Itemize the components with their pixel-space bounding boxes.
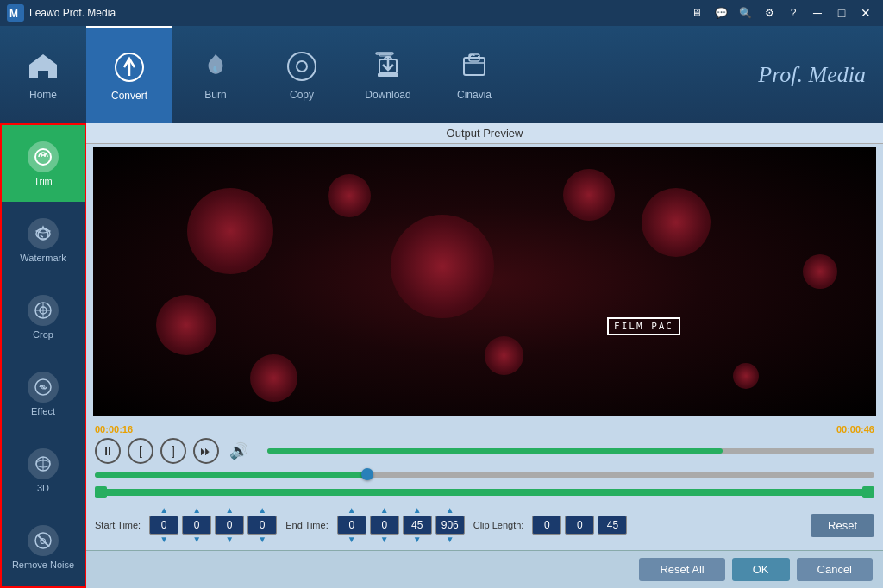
content-area: Output Preview FILM PAC 00:00	[86, 123, 883, 588]
crop-icon-wrapper	[28, 295, 59, 326]
cancel-button[interactable]: Cancel	[797, 558, 873, 581]
start-m-up[interactable]: ▲	[188, 505, 205, 516]
end-h-input[interactable]	[337, 516, 366, 535]
clip-length-label: Clip Length:	[473, 520, 524, 530]
volume-track[interactable]	[267, 448, 874, 454]
reset-all-button[interactable]: Reset All	[639, 558, 724, 581]
skip-fwd-button[interactable]: ⏭	[193, 438, 219, 464]
nav-item-home[interactable]: Home	[0, 26, 86, 123]
nav-label-copy: Copy	[290, 89, 314, 101]
scrubber-container[interactable]	[95, 467, 874, 481]
sidebar-item-effect[interactable]: Effect	[2, 356, 85, 433]
start-ms-up[interactable]: ▲	[254, 505, 271, 516]
sidebar-item-3d[interactable]: 3D	[2, 433, 85, 510]
nav-label-convert: Convert	[111, 90, 147, 102]
remove-noise-icon-wrapper	[28, 525, 59, 556]
frame-fwd-button[interactable]: ]	[160, 438, 186, 464]
start-h-input[interactable]	[149, 516, 178, 535]
end-ms-input[interactable]	[435, 516, 465, 535]
sidebar-label-effect: Effect	[31, 406, 55, 416]
volume-button[interactable]: 🔊	[226, 438, 252, 464]
app-title: Leawo Prof. Media	[29, 7, 116, 19]
end-m-up[interactable]: ▲	[376, 505, 393, 516]
nav-label-download: Download	[365, 89, 410, 101]
remove-noise-icon	[34, 531, 53, 550]
time-inputs-row: Start Time: ▲ ▼ ▲ ▼ ▲ ▼	[95, 505, 874, 545]
pause-button[interactable]: ⏸	[95, 438, 121, 464]
end-h-up[interactable]: ▲	[343, 505, 360, 516]
start-ms-down[interactable]: ▼	[254, 535, 271, 545]
effect-icon	[34, 378, 53, 397]
start-m-down[interactable]: ▼	[188, 535, 205, 545]
scrubber-thumb[interactable]	[361, 468, 373, 480]
start-m-input[interactable]	[182, 516, 211, 535]
end-time-spinners: ▲ ▼ ▲ ▼ ▲ ▼ ▲	[337, 505, 465, 545]
start-time-display: 00:00:16	[95, 424, 133, 435]
start-m-col: ▲ ▼	[182, 505, 211, 545]
start-h-down[interactable]: ▼	[155, 535, 172, 545]
end-ms-col: ▲ ▼	[435, 505, 465, 545]
reset-button[interactable]: Reset	[811, 514, 874, 537]
watermark-icon-wrapper	[28, 218, 59, 249]
nav-label-home: Home	[29, 89, 57, 101]
tb-close[interactable]: ✕	[855, 3, 876, 23]
nav-item-convert[interactable]: Convert	[86, 26, 172, 123]
tb-flag-icon[interactable]: 🖥	[686, 3, 707, 23]
sidebar: Trim Watermark	[0, 123, 86, 588]
title-bar-left: M Leawo Prof. Media	[7, 4, 116, 22]
start-s-down[interactable]: ▼	[221, 535, 238, 545]
ok-button[interactable]: OK	[732, 558, 790, 581]
sidebar-item-trim[interactable]: Trim	[2, 125, 85, 202]
sidebar-label-trim: Trim	[34, 176, 53, 186]
svg-rect-7	[376, 53, 393, 54]
tb-maximize[interactable]: □	[831, 3, 852, 23]
nav-item-download[interactable]: Download	[345, 26, 431, 123]
svg-point-12	[35, 149, 51, 165]
start-time-spinners: ▲ ▼ ▲ ▼ ▲ ▼ ▲	[149, 505, 277, 545]
video-placeholder: FILM PAC	[93, 147, 876, 416]
clip-s-input[interactable]	[598, 516, 627, 535]
nav-label-cinavia: Cinavia	[457, 89, 492, 101]
crop-icon	[34, 301, 53, 320]
convert-icon	[112, 50, 147, 84]
nav-item-copy[interactable]: Copy	[259, 26, 345, 123]
nav-item-burn[interactable]: Burn	[172, 26, 259, 123]
end-s-input[interactable]	[403, 516, 432, 535]
end-s-col: ▲ ▼	[403, 505, 432, 545]
end-m-down[interactable]: ▼	[376, 535, 393, 545]
tb-minimize[interactable]: ─	[807, 3, 828, 23]
start-s-input[interactable]	[215, 516, 244, 535]
svg-text:M: M	[9, 8, 18, 20]
start-ms-input[interactable]	[247, 516, 277, 535]
sidebar-label-crop: Crop	[33, 329, 53, 340]
sidebar-item-remove-noise[interactable]: Remove Noise	[2, 510, 85, 586]
svg-rect-9	[464, 58, 485, 75]
sidebar-item-watermark[interactable]: Watermark	[2, 202, 85, 278]
app-icon: M	[7, 4, 24, 22]
start-h-up[interactable]: ▲	[155, 505, 172, 516]
start-s-up[interactable]: ▲	[221, 505, 238, 516]
end-h-down[interactable]: ▼	[343, 535, 360, 545]
title-bar: M Leawo Prof. Media 🖥 💬 🔍 ⚙ ? ─ □ ✕	[0, 0, 883, 26]
top-nav: Home Convert Burn Copy	[0, 26, 883, 123]
sidebar-item-crop[interactable]: Crop	[2, 278, 85, 355]
clip-m-input[interactable]	[565, 516, 594, 535]
tb-search-icon[interactable]: 🔍	[735, 3, 755, 23]
tb-help-icon[interactable]: ?	[783, 3, 804, 23]
range-bar[interactable]	[95, 486, 874, 498]
end-m-input[interactable]	[370, 516, 399, 535]
end-s-up[interactable]: ▲	[409, 505, 426, 516]
watermark-icon	[34, 224, 53, 243]
frame-back-button[interactable]: [	[128, 438, 153, 464]
nav-item-cinavia[interactable]: Cinavia	[431, 26, 517, 123]
tb-msg-icon[interactable]: 💬	[711, 3, 731, 23]
end-ms-up[interactable]: ▲	[442, 505, 459, 516]
start-h-col: ▲ ▼	[149, 505, 178, 545]
end-s-down[interactable]: ▼	[409, 535, 426, 545]
effect-icon-wrapper	[28, 372, 59, 403]
range-handle-right[interactable]	[862, 486, 874, 498]
clip-h-input[interactable]	[532, 516, 561, 535]
end-time-display: 00:00:46	[836, 424, 874, 435]
end-ms-down[interactable]: ▼	[442, 535, 459, 545]
tb-settings-icon[interactable]: ⚙	[759, 3, 780, 23]
